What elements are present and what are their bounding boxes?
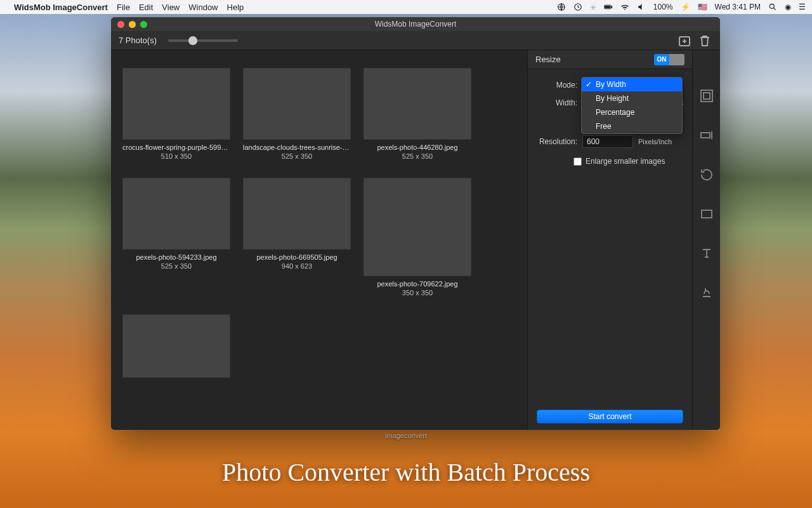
- thumbnail-image[interactable]: [122, 178, 230, 250]
- marketing-tagline: Photo Converter with Batch Process: [0, 457, 812, 487]
- image-watermark-tool-icon[interactable]: [699, 285, 714, 300]
- globe-icon[interactable]: [557, 3, 566, 11]
- text-watermark-tool-icon[interactable]: [699, 246, 714, 261]
- thumbnail-dimensions: 940 x 623: [282, 262, 312, 270]
- close-window-button[interactable]: [117, 21, 124, 28]
- svg-point-5: [769, 4, 774, 8]
- spotlight-icon[interactable]: [768, 3, 777, 11]
- thumbnail-gallery[interactable]: crocus-flower-spring-purple-5999…. 510 x…: [111, 50, 527, 430]
- tool-rail: [692, 50, 720, 430]
- thumbnail-image[interactable]: [363, 178, 471, 276]
- thumbnail-dimensions: 525 x 350: [282, 152, 312, 160]
- svg-rect-4: [605, 6, 610, 8]
- resolution-input[interactable]: [582, 135, 633, 148]
- charging-icon: ⚡: [681, 3, 690, 11]
- battery-percent: 100%: [653, 3, 673, 11]
- menu-view[interactable]: View: [162, 3, 180, 12]
- thumbnail-filename: crocus-flower-spring-purple-5999….: [122, 144, 230, 151]
- thumbnail-dimensions: 510 x 350: [161, 152, 192, 160]
- mode-dropdown[interactable]: By Width By Height Percentage Free: [581, 77, 683, 134]
- resolution-unit: Pixels/Inch: [638, 138, 672, 145]
- width-label: Width:: [537, 98, 582, 107]
- menubar-clock[interactable]: Wed 3:41 PM: [715, 3, 761, 11]
- thumbnail-item[interactable]: pexels-photo-709622.jpeg 350 x 350: [363, 178, 471, 297]
- thumbnail-image[interactable]: [122, 314, 230, 378]
- thumbnail-dimensions: 525 x 350: [402, 152, 433, 160]
- minimize-window-button[interactable]: [129, 21, 136, 28]
- menu-file[interactable]: File: [117, 3, 130, 12]
- window-toolbar: 7 Photo(s): [111, 31, 720, 50]
- thumbnail-dimensions: 350 x 350: [402, 289, 433, 297]
- window-titlebar[interactable]: WidsMob ImageConvert: [111, 17, 720, 31]
- battery-icon[interactable]: [604, 3, 613, 11]
- thumbnail-item[interactable]: pexels-photo-669505.jpeg 940 x 623: [243, 178, 351, 297]
- thumbnail-image[interactable]: [122, 68, 230, 140]
- thumbnail-item[interactable]: pexels-photo-446280.jpeg 525 x 350: [363, 68, 471, 160]
- resize-toggle[interactable]: ON: [654, 54, 684, 65]
- start-convert-button[interactable]: Start convert: [537, 410, 683, 424]
- window-title: WidsMob ImageConvert: [111, 20, 720, 29]
- thumbnail-item[interactable]: crocus-flower-spring-purple-5999…. 510 x…: [122, 68, 230, 160]
- mode-option-free[interactable]: Free: [582, 119, 682, 133]
- thumbnail-size-slider[interactable]: [168, 39, 238, 42]
- app-window: WidsMob ImageConvert 7 Photo(s) crocus-f…: [111, 17, 720, 430]
- resize-tool-icon[interactable]: [699, 88, 714, 104]
- mode-option-percentage[interactable]: Percentage: [582, 105, 682, 119]
- thumbnail-filename: pexels-photo-594233.jpeg: [136, 253, 216, 261]
- enlarge-label: Enlarge smaller images: [586, 157, 665, 166]
- macos-menubar: WidsMob ImageConvert File Edit View Wind…: [0, 0, 812, 14]
- notification-center-icon[interactable]: ☰: [799, 3, 806, 11]
- enlarge-checkbox[interactable]: [573, 157, 582, 166]
- delete-button[interactable]: [697, 34, 712, 47]
- thumbnail-filename: pexels-photo-709622.jpeg: [377, 280, 457, 288]
- menu-window[interactable]: Window: [188, 3, 218, 12]
- thumbnail-image[interactable]: [243, 68, 351, 140]
- thumbnail-dimensions: 525 x 350: [161, 262, 192, 270]
- zoom-window-button[interactable]: [140, 21, 147, 28]
- thumbnail-item[interactable]: [122, 314, 230, 383]
- thumbnail-item[interactable]: pexels-photo-594233.jpeg 525 x 350: [122, 178, 230, 297]
- rename-tool-icon[interactable]: [699, 128, 714, 143]
- svg-rect-7: [701, 90, 712, 102]
- mode-label: Mode:: [537, 81, 582, 90]
- svg-rect-3: [611, 6, 612, 8]
- mode-option-by-height[interactable]: By Height: [582, 91, 682, 105]
- border-tool-icon[interactable]: [699, 206, 714, 222]
- wifi-icon[interactable]: [620, 3, 629, 11]
- menu-edit[interactable]: Edit: [139, 3, 153, 12]
- timemachine-icon[interactable]: [573, 3, 582, 11]
- mode-option-by-width[interactable]: By Width: [582, 77, 682, 91]
- svg-rect-10: [702, 210, 712, 218]
- thumbnail-image[interactable]: [363, 68, 471, 140]
- flag-icon[interactable]: 🇺🇸: [698, 3, 707, 11]
- bluetooth-icon[interactable]: ⚹: [590, 3, 596, 11]
- photo-count: 7 Photo(s): [119, 36, 157, 45]
- rotate-tool-icon[interactable]: [699, 167, 714, 182]
- thumbnail-filename: landscape-clouds-trees-sunrise-2….: [243, 144, 351, 151]
- svg-rect-9: [701, 133, 710, 138]
- thumbnail-image[interactable]: [243, 178, 351, 250]
- dock-caption: imageconvert: [385, 432, 427, 439]
- panel-title: Resize: [535, 55, 561, 64]
- svg-rect-8: [704, 93, 710, 99]
- menu-help[interactable]: Help: [227, 3, 244, 12]
- resize-panel: Resize ON Mode: Width: s Resolution:: [527, 50, 692, 430]
- thumbnail-filename: pexels-photo-446280.jpeg: [377, 144, 457, 151]
- add-photo-button[interactable]: [677, 34, 692, 47]
- menubar-app-name[interactable]: WidsMob ImageConvert: [14, 3, 108, 12]
- volume-icon[interactable]: [637, 3, 646, 11]
- thumbnail-filename: pexels-photo-669505.jpeg: [256, 253, 337, 261]
- resolution-label: Resolution:: [537, 137, 582, 146]
- thumbnail-item[interactable]: landscape-clouds-trees-sunrise-2…. 525 x…: [243, 68, 351, 160]
- siri-icon[interactable]: ◉: [785, 3, 791, 11]
